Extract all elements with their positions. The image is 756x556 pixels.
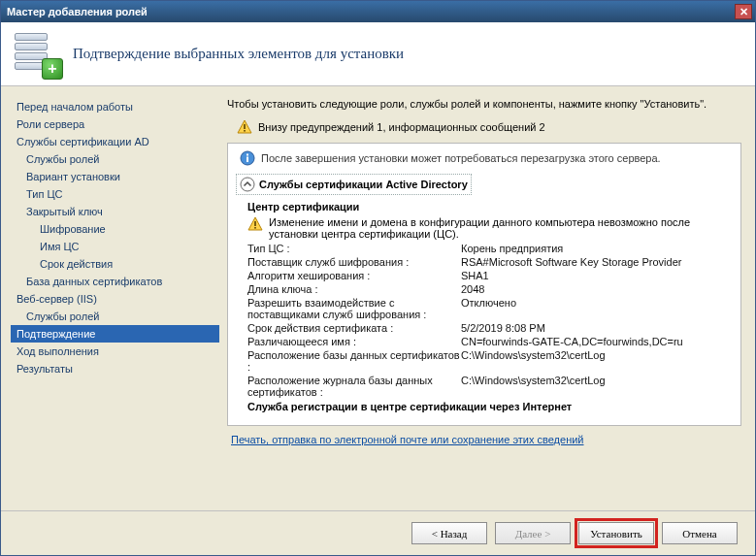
kv-row: Алгоритм хеширования :SHA1	[234, 269, 735, 282]
kv-val: 5/2/2019 8:08 PM	[461, 322, 735, 334]
nav-ad-cs[interactable]: Службы сертификации AD	[11, 133, 219, 150]
kv-key: Различающееся имя :	[247, 336, 461, 347]
svg-rect-2	[244, 130, 246, 132]
kv-row: Длина ключа :2048	[234, 282, 735, 296]
kv-row: Тип ЦС :Корень предприятия	[234, 242, 735, 255]
next-button: Далее >	[495, 522, 571, 544]
wizard-window: { "titlebar": { "title": "Мастер добавле…	[0, 0, 756, 556]
warning-summary-row: Внизу предупреждений 1, информационных с…	[227, 119, 741, 135]
nav-ca-name[interactable]: Имя ЦС	[34, 238, 219, 255]
details-box[interactable]: После завершения установки может потребо…	[227, 143, 741, 426]
nav-results[interactable]: Результаты	[11, 360, 219, 377]
cancel-button[interactable]: Отмена	[662, 522, 738, 544]
warning-summary-text: Внизу предупреждений 1, информационных с…	[258, 121, 545, 133]
kv-val: Отключено	[461, 297, 735, 320]
export-link-row: Печать, отправка по электронной почте ил…	[227, 426, 741, 447]
nav-before-begin[interactable]: Перед началом работы	[11, 98, 219, 115]
svg-rect-8	[254, 221, 256, 226]
svg-rect-9	[254, 227, 256, 229]
nav-ca-type[interactable]: Тип ЦС	[20, 185, 219, 203]
nav-install-type[interactable]: Вариант установки	[20, 168, 219, 185]
wizard-footer: < Назад Далее > Установить Отмена	[1, 510, 755, 555]
svg-point-6	[241, 178, 254, 191]
nav-role-services[interactable]: Службы ролей	[20, 150, 219, 168]
kv-val: C:\Windows\system32\certLog	[461, 375, 735, 398]
kv-key: Расположение журнала базы данных сертифи…	[247, 375, 461, 398]
nav-iis[interactable]: Веб-сервер (IIS)	[11, 290, 219, 308]
svg-rect-4	[247, 157, 248, 163]
ca-warning-text: Изменение имени и домена в конфигурации …	[269, 216, 731, 240]
nav-iis-role-services[interactable]: Службы ролей	[20, 308, 219, 325]
kv-key: Поставщик служб шифрования :	[247, 256, 461, 268]
chevron-up-icon	[240, 177, 255, 192]
kv-row: Различающееся имя :CN=fourwinds-GATE-CA,…	[234, 335, 735, 348]
warning-icon	[237, 119, 252, 135]
export-link[interactable]: Печать, отправка по электронной почте ил…	[231, 434, 584, 445]
kv-val: RSA#Microsoft Software Key Storage Provi…	[461, 256, 735, 268]
kv-row: Расположение базы данных сертификатов :C…	[234, 348, 735, 374]
kv-key: Тип ЦС :	[247, 243, 461, 254]
install-button[interactable]: Установить	[578, 522, 654, 544]
info-reboot-text: После завершения установки может потребо…	[261, 152, 661, 164]
page-title: Подтверждение выбранных элементов для ус…	[73, 46, 404, 62]
kv-val: SHA1	[461, 270, 735, 281]
nav-confirmation[interactable]: Подтверждение	[11, 325, 219, 343]
kv-key: Срок действия сертификата :	[247, 322, 461, 334]
nav-cert-db[interactable]: База данных сертификатов	[20, 273, 219, 290]
warning-icon	[247, 216, 263, 232]
kv-key: Разрешить взаимодействие с поставщиками …	[247, 297, 461, 320]
kv-val: CN=fourwinds-GATE-CA,DC=fourwinds,DC=ru	[461, 336, 735, 347]
section-ca: Центр сертификации	[234, 199, 735, 214]
titlebar: Мастер добавления ролей ✕	[1, 1, 755, 22]
wizard-body: Перед началом работы Роли сервера Службы…	[1, 86, 755, 510]
section-web-enroll: Служба регистрации в центре сертификации…	[234, 399, 735, 414]
kv-key: Длина ключа :	[247, 283, 461, 295]
kv-row: Расположение журнала базы данных сертифи…	[234, 374, 735, 399]
wizard-header: + Подтверждение выбранных элементов для …	[1, 22, 755, 86]
server-plus-icon: +	[15, 31, 61, 78]
kv-row: Срок действия сертификата :5/2/2019 8:08…	[234, 321, 735, 335]
svg-rect-5	[247, 154, 248, 156]
close-button[interactable]: ✕	[735, 4, 752, 19]
back-button[interactable]: < Назад	[411, 522, 487, 544]
kv-key: Алгоритм хеширования :	[247, 270, 461, 281]
nav-progress[interactable]: Ход выполнения	[11, 343, 219, 360]
wizard-main: Чтобы установить следующие роли, службы …	[219, 86, 755, 510]
info-icon	[240, 150, 255, 166]
nav-validity[interactable]: Срок действия	[34, 255, 219, 273]
info-reboot-row: После завершения установки может потребо…	[234, 147, 735, 172]
close-icon: ✕	[740, 7, 748, 17]
kv-row: Поставщик служб шифрования :RSA#Microsof…	[234, 255, 735, 269]
adcs-header-row[interactable]: Службы сертификации Active Directory	[236, 174, 472, 195]
wizard-sidebar: Перед началом работы Роли сервера Службы…	[1, 86, 219, 510]
ca-warning-row: Изменение имени и домена в конфигурации …	[234, 214, 735, 242]
adcs-header-text: Службы сертификации Active Directory	[259, 179, 468, 190]
kv-val: C:\Windows\system32\certLog	[461, 349, 735, 373]
nav-server-roles[interactable]: Роли сервера	[11, 115, 219, 133]
window-title: Мастер добавления ролей	[7, 6, 148, 17]
svg-rect-1	[244, 124, 246, 129]
kv-key: Расположение базы данных сертификатов :	[247, 349, 461, 373]
nav-private-key[interactable]: Закрытый ключ	[20, 203, 219, 220]
kv-val: Корень предприятия	[461, 243, 735, 254]
nav-cryptography[interactable]: Шифрование	[34, 220, 219, 238]
kv-row: Разрешить взаимодействие с поставщиками …	[234, 296, 735, 321]
intro-text: Чтобы установить следующие роли, службы …	[227, 98, 741, 110]
kv-val: 2048	[461, 283, 735, 295]
